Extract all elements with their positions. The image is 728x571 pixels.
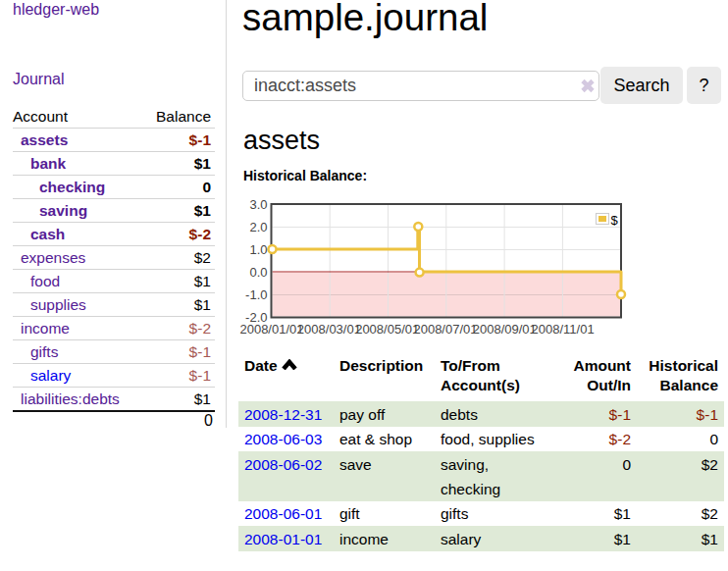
svg-text:2008/09/01: 2008/09/01 [473,322,537,337]
svg-text:1.0: 1.0 [249,242,267,257]
svg-text:2008/05/01: 2008/05/01 [355,322,419,337]
svg-text:-1.0: -1.0 [245,287,267,302]
svg-text:2.0: 2.0 [249,220,267,234]
svg-text:0.0: 0.0 [249,265,267,280]
svg-text:2008/03/01: 2008/03/01 [297,322,361,337]
svg-text:2008/01/01: 2008/01/01 [239,322,303,337]
svg-text:3.0: 3.0 [249,197,267,212]
svg-text:2008/11/01: 2008/11/01 [532,322,595,337]
svg-text:2008/07/01: 2008/07/01 [413,322,477,337]
svg-text:$: $ [611,213,619,228]
